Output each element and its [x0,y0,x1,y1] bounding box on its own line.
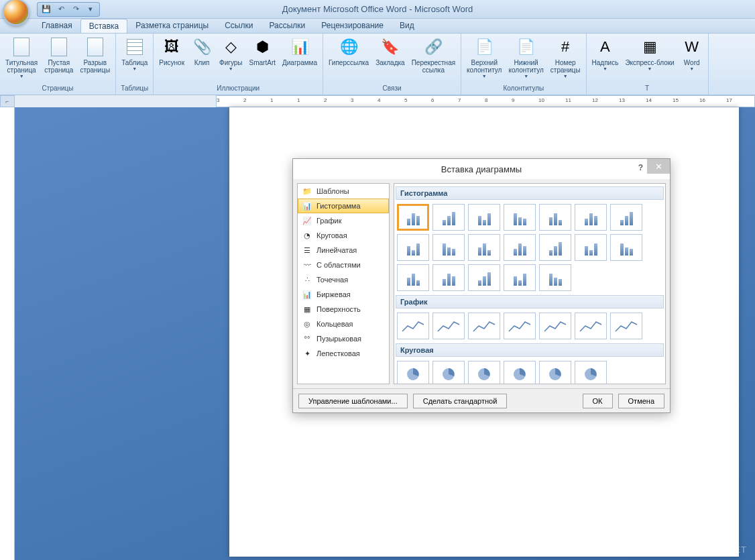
gallery-section-header: Гистограмма [396,186,664,200]
ribbon-btn-Нижний-колонтитул[interactable]: 📄Нижнийколонтитул▼ [506,35,546,80]
chart-category-График[interactable]: 📈График [298,213,389,228]
category-label: Биржевая [316,290,351,298]
chart-category-Круговая[interactable]: ◔Круговая [298,228,389,243]
chart-category-Шаблоны[interactable]: 📁Шаблоны [298,184,389,199]
ribbon-btn-Таблица[interactable]: Таблица▼ [119,35,150,72]
ribbon-btn-Титульная-страница[interactable]: Титульнаястраница▼ [3,35,40,80]
ribbon-btn-Закладка[interactable]: 🔖Закладка [373,35,407,68]
ribbon-btn-Клип[interactable]: 📎Клип [188,35,215,68]
chart-type-item[interactable] [504,204,536,231]
chart-type-item[interactable] [504,313,536,339]
chart-type-item[interactable] [575,313,607,339]
ribbon-btn-Верхний-колонтитул[interactable]: 📄Верхнийколонтитул▼ [464,35,504,80]
chart-type-item[interactable] [397,264,429,291]
chart-category-Точечная[interactable]: ∴Точечная [298,272,389,287]
tab-вставка[interactable]: Вставка [80,19,128,33]
chart-category-Гистограмма[interactable]: 📊Гистограмма [298,199,389,213]
chart-type-item[interactable] [610,313,642,339]
horizontal-ruler[interactable]: 3211234567891011121314151617 [216,95,755,107]
ribbon-group-label: Колонтитулы [464,83,583,93]
ribbon-btn-Word[interactable]: WWord▼ [679,35,705,72]
chart-type-item[interactable] [468,234,500,261]
chart-type-item[interactable] [539,204,571,231]
chevron-down-icon: ▼ [648,66,652,71]
ribbon-btn-Пустая-страница[interactable]: Пустаястраница [42,35,76,75]
chart-category-Биржевая[interactable]: 📊Биржевая [298,287,389,302]
chart-type-item[interactable] [432,264,465,291]
ruler-tick: 1 [270,97,273,103]
chart-type-item[interactable] [432,361,465,384]
ruler-corner[interactable]: ⌐ [0,95,15,107]
ribbon-btn-Рисунок[interactable]: 🖼Рисунок [156,35,187,68]
redo-icon[interactable]: ↷ [71,5,80,14]
save-icon[interactable]: 💾 [42,5,51,14]
cancel-button[interactable]: Отмена [618,394,664,408]
chart-category-Линейчатая[interactable]: ☰Линейчатая [298,243,389,258]
vertical-ruler[interactable] [0,107,15,560]
chart-type-item[interactable] [504,234,536,261]
category-icon: ◎ [302,319,312,329]
windows-icon [644,544,655,555]
chart-type-item[interactable] [575,361,607,384]
tab-рецензирование[interactable]: Рецензирование [313,19,392,33]
chart-type-item[interactable] [432,313,465,339]
chart-type-item[interactable] [468,313,500,339]
chart-type-item[interactable] [504,361,536,384]
ribbon-btn-SmartArt[interactable]: ⬢SmartArt [247,35,278,68]
chart-type-item[interactable] [397,204,429,231]
help-button[interactable]: ? [638,163,643,172]
chart-type-item[interactable] [539,234,571,261]
ribbon-btn-label: Фигуры [219,59,242,66]
ribbon-btn-Перекрестная-ссылка[interactable]: 🔗Перекрестнаяссылка [409,35,458,75]
ribbon-icon [124,36,146,58]
set-default-button[interactable]: Сделать стандартной [413,394,508,408]
chart-category-Пузырьковая[interactable]: °°Пузырьковая [298,331,389,346]
chart-type-item[interactable] [575,234,607,261]
chart-type-item[interactable] [610,204,642,231]
chart-type-item[interactable] [432,204,465,231]
chart-type-item[interactable] [468,361,500,384]
tab-главная[interactable]: Главная [34,19,80,33]
category-label: Кольцевая [316,320,353,328]
chart-type-item[interactable] [610,234,642,261]
chart-type-item[interactable] [397,313,429,339]
chart-type-item[interactable] [468,264,500,291]
chart-type-item[interactable] [539,264,571,291]
ribbon-btn-Номер-страницы[interactable]: #Номерстраницы▼ [548,35,583,80]
ribbon-icon: 🔖 [380,36,401,58]
chart-type-item[interactable] [539,313,571,339]
tab-разметка страницы[interactable]: Разметка страницы [127,19,217,33]
chart-type-item[interactable] [432,234,465,261]
chart-type-item[interactable] [575,204,607,231]
ribbon-btn-Надпись[interactable]: AНадпись▼ [589,35,622,72]
close-button[interactable]: ✕ [647,159,670,174]
qat-dropdown-icon[interactable]: ▾ [86,5,95,14]
chart-category-Лепестковая[interactable]: ✦Лепестковая [298,346,389,361]
dialog-title: Вставка диаграммы [441,164,522,174]
chart-category-Кольцевая[interactable]: ◎Кольцевая [298,317,389,331]
dialog-titlebar[interactable]: Вставка диаграммы ? ✕ [293,159,670,179]
undo-icon[interactable]: ↶ [56,5,66,14]
ruler-tick: 17 [726,97,732,103]
ribbon-btn-Фигуры[interactable]: ◇Фигуры▼ [217,35,245,72]
chevron-down-icon: ▼ [524,74,528,78]
category-label: Круговая [316,231,347,239]
chart-type-item[interactable] [504,264,536,291]
ruler-tick: 13 [619,97,625,103]
chart-type-item[interactable] [397,234,429,261]
tab-вид[interactable]: Вид [392,19,422,33]
ribbon-btn-Разрыв-страницы[interactable]: Разрывстраницы [77,35,113,75]
tab-ссылки[interactable]: Ссылки [217,19,261,33]
chart-type-item[interactable] [468,204,500,231]
chart-category-С областями[interactable]: 〰С областями [298,258,389,272]
ok-button[interactable]: ОК [583,394,613,408]
chart-type-item[interactable] [397,361,429,384]
ribbon-btn-Диаграмма[interactable]: 📊Диаграмма [280,35,320,68]
ribbon-btn-Гиперссылка[interactable]: 🌐Гиперссылка [326,35,371,68]
ribbon-icon: 🌐 [338,36,359,58]
manage-templates-button[interactable]: Управление шаблонами... [298,394,408,408]
ribbon-btn-Экспресс-блоки[interactable]: ▦Экспресс-блоки▼ [622,35,677,72]
chart-category-Поверхность[interactable]: ▦Поверхность [298,302,389,317]
chart-type-item[interactable] [539,361,571,384]
tab-рассылки[interactable]: Рассылки [261,19,313,33]
